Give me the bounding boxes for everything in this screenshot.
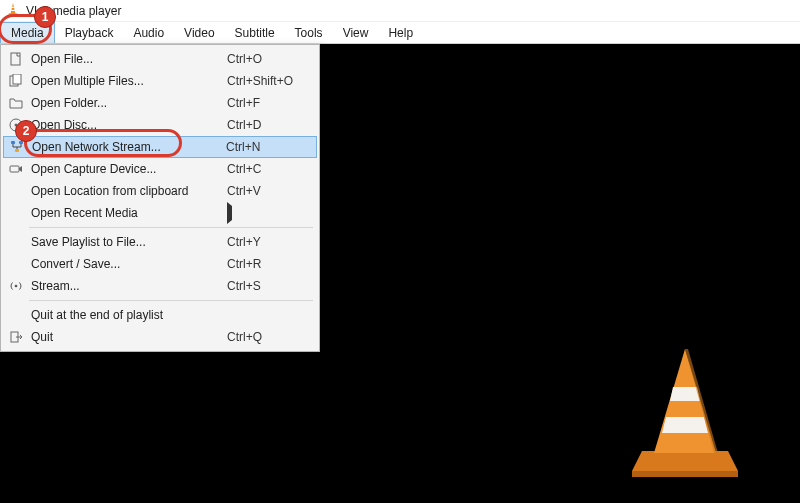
menu-separator [29,300,313,301]
menu-convert-save[interactable]: Convert / Save... Ctrl+R [3,253,317,275]
menu-item-label: Open Recent Media [27,206,227,220]
menu-item-shortcut: Ctrl+Shift+O [227,74,311,88]
menu-item-shortcut: Ctrl+O [227,52,311,66]
annotation-number-1: 1 [34,6,56,28]
menu-view[interactable]: View [333,22,379,43]
menu-item-label: Open Location from clipboard [27,184,227,198]
files-icon [5,74,27,88]
menu-separator [29,227,313,228]
svg-rect-2 [11,7,14,8]
menu-item-shortcut: Ctrl+D [227,118,311,132]
menu-item-shortcut: Ctrl+Q [227,330,311,344]
menu-item-label: Open File... [27,52,227,66]
svg-rect-17 [15,149,19,152]
menu-video[interactable]: Video [174,22,224,43]
folder-icon [5,96,27,110]
menu-item-label: Open Multiple Files... [27,74,227,88]
menu-item-shortcut: Ctrl+Y [227,235,311,249]
menu-item-label: Open Disc... [27,118,227,132]
menu-playback[interactable]: Playback [55,22,124,43]
svg-rect-3 [11,10,15,11]
file-icon [5,52,27,66]
menu-item-shortcut: Ctrl+F [227,96,311,110]
menu-item-shortcut: Ctrl+V [227,184,311,198]
svg-rect-12 [13,74,21,84]
submenu-arrow-icon [227,206,311,220]
capture-icon [5,162,27,176]
network-icon [6,140,28,154]
menu-open-multiple-files[interactable]: Open Multiple Files... Ctrl+Shift+O [3,70,317,92]
menu-item-shortcut: Ctrl+R [227,257,311,271]
menu-item-label: Save Playlist to File... [27,235,227,249]
menu-quit-end-playlist[interactable]: Quit at the end of playlist [3,304,317,326]
menu-bar: Media Playback Audio Video Subtitle Tool… [0,22,800,44]
menu-item-shortcut: Ctrl+C [227,162,311,176]
menu-help[interactable]: Help [378,22,423,43]
menu-audio[interactable]: Audio [123,22,174,43]
menu-open-folder[interactable]: Open Folder... Ctrl+F [3,92,317,114]
vlc-cone-icon [6,2,26,19]
svg-rect-18 [10,166,19,172]
menu-open-file[interactable]: Open File... Ctrl+O [3,48,317,70]
menu-open-disc[interactable]: Open Disc... Ctrl+D [3,114,317,136]
svg-rect-1 [9,13,18,15]
svg-rect-10 [11,53,20,65]
menu-open-location-clipboard[interactable]: Open Location from clipboard Ctrl+V [3,180,317,202]
menu-item-label: Open Capture Device... [27,162,227,176]
menu-item-shortcut: Ctrl+S [227,279,311,293]
svg-marker-4 [632,451,738,471]
menu-item-shortcut: Ctrl+N [226,140,310,154]
menu-item-label: Open Network Stream... [28,140,226,154]
menu-open-recent-media[interactable]: Open Recent Media [3,202,317,224]
menu-open-capture-device[interactable]: Open Capture Device... Ctrl+C [3,158,317,180]
svg-point-20 [15,285,18,288]
vlc-logo [620,343,750,483]
quit-icon [5,330,27,344]
svg-marker-5 [632,471,738,477]
menu-open-network-stream[interactable]: Open Network Stream... Ctrl+N [3,136,317,158]
stream-icon [5,279,27,293]
menu-tools[interactable]: Tools [285,22,333,43]
svg-marker-0 [10,3,15,14]
menu-item-label: Convert / Save... [27,257,227,271]
media-menu-dropdown: Open File... Ctrl+O Open Multiple Files.… [0,44,320,352]
menu-save-playlist[interactable]: Save Playlist to File... Ctrl+Y [3,231,317,253]
menu-item-label: Quit [27,330,227,344]
menu-item-label: Stream... [27,279,227,293]
svg-rect-15 [11,141,15,144]
menu-stream[interactable]: Stream... Ctrl+S [3,275,317,297]
annotation-number-2: 2 [15,120,37,142]
menu-quit[interactable]: Quit Ctrl+Q [3,326,317,348]
menu-item-label: Open Folder... [27,96,227,110]
menu-subtitle[interactable]: Subtitle [225,22,285,43]
menu-item-label: Quit at the end of playlist [27,308,227,322]
svg-marker-8 [662,417,708,433]
svg-marker-7 [670,387,700,401]
title-bar: VLC media player [0,0,800,22]
